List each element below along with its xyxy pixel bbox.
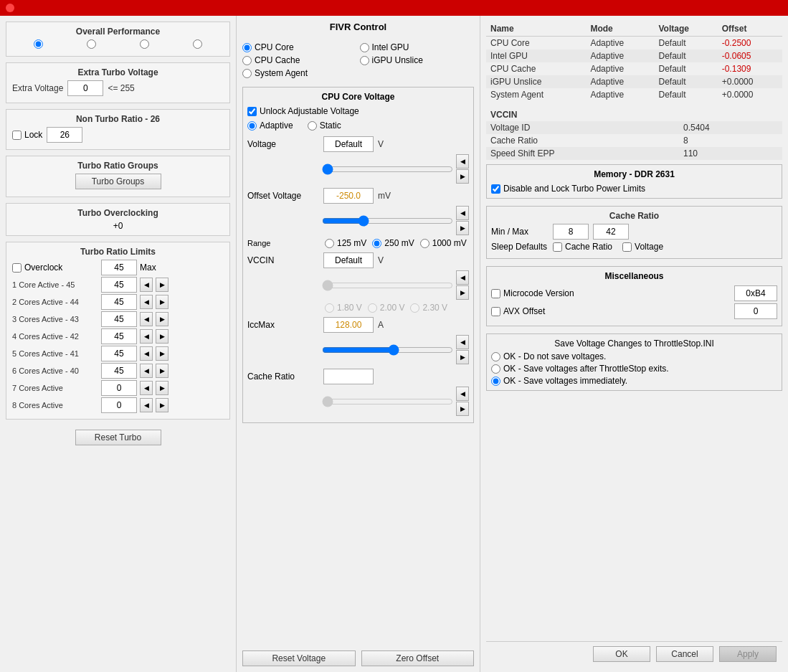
save-option-3-label[interactable]: OK - Save voltages immediately. (491, 376, 777, 386)
lock-checkbox[interactable] (12, 131, 22, 140)
cache-ratio-slider[interactable] (322, 396, 453, 407)
core-up-btn-0[interactable]: ▶ (156, 278, 168, 292)
offset-slider[interactable] (322, 215, 453, 227)
adaptive-radio-label[interactable]: Adaptive (247, 120, 293, 131)
microcode-label[interactable]: Microcode Version (491, 288, 574, 298)
cpu-cache-radio[interactable] (242, 56, 252, 65)
range-125-label[interactable]: 125 mV (325, 238, 366, 248)
zero-offset-button[interactable]: Zero Offset (361, 650, 475, 666)
vccin-range-2-label[interactable]: 2.00 V (368, 303, 405, 313)
voltage-up-btn[interactable]: ◀ (456, 154, 469, 169)
static-radio[interactable] (308, 121, 317, 131)
range-250-label[interactable]: 250 mV (372, 238, 414, 248)
vccin-slider[interactable] (322, 280, 453, 291)
overclock-check-label[interactable]: Overclock (12, 262, 98, 273)
igpu-unslice-radio[interactable] (360, 56, 369, 65)
system-agent-radio-label[interactable]: System Agent (242, 68, 357, 78)
microcode-checkbox[interactable] (491, 289, 500, 298)
core-up-btn-6[interactable]: ▶ (156, 381, 168, 395)
range-1000-label[interactable]: 1000 mV (420, 238, 467, 248)
core-up-btn-7[interactable]: ▶ (156, 398, 168, 412)
vccin-range-2-radio[interactable] (368, 303, 377, 313)
overall-radio-4[interactable] (193, 39, 202, 49)
iccmax-input[interactable] (323, 317, 374, 333)
cache-ratio-up-btn[interactable]: ◀ (456, 387, 469, 401)
core-down-btn-5[interactable]: ◀ (140, 364, 153, 378)
overclock-input[interactable] (101, 260, 137, 275)
apply-button[interactable]: Apply (719, 646, 777, 662)
avx-offset-input[interactable] (734, 303, 777, 319)
cpu-core-radio[interactable] (242, 43, 252, 52)
voltage-down-btn[interactable]: ▶ (456, 169, 469, 184)
static-radio-label[interactable]: Static (308, 120, 341, 131)
vccin-range-3-label[interactable]: 2.30 V (410, 303, 447, 313)
disable-lock-checkbox[interactable] (491, 184, 500, 194)
core-up-btn-2[interactable]: ▶ (156, 312, 168, 326)
unlock-adjustable-label[interactable]: Unlock Adjustable Voltage (247, 106, 469, 116)
cache-ratio-max-input[interactable] (593, 224, 629, 240)
offset-up-btn[interactable]: ◀ (456, 206, 469, 220)
sleep-cache-ratio-checkbox[interactable] (553, 242, 562, 252)
save-option-3-radio[interactable] (491, 377, 500, 386)
core-down-btn-0[interactable]: ◀ (140, 278, 153, 292)
core-input-3[interactable] (101, 328, 137, 344)
range-1000-radio[interactable] (420, 239, 429, 248)
cache-ratio-input[interactable] (323, 369, 374, 384)
vccin-down-btn[interactable]: ▶ (456, 285, 469, 300)
offset-down-btn[interactable]: ▶ (456, 221, 469, 235)
iccmax-up-btn[interactable]: ◀ (456, 335, 469, 349)
sleep-voltage-label[interactable]: Voltage (622, 242, 663, 252)
reset-voltage-button[interactable]: Reset Voltage (242, 650, 356, 666)
avx-offset-label[interactable]: AVX Offset (491, 306, 545, 316)
voltage-input[interactable] (323, 136, 374, 152)
disable-lock-label[interactable]: Disable and Lock Turbo Power Limits (491, 184, 777, 194)
extra-voltage-input[interactable] (67, 80, 103, 96)
voltage-slider[interactable] (322, 164, 453, 175)
vccin-range-3-radio[interactable] (410, 303, 419, 313)
core-down-btn-3[interactable]: ◀ (140, 329, 153, 344)
core-input-4[interactable] (101, 346, 137, 361)
cancel-button[interactable]: Cancel (656, 646, 713, 662)
sleep-voltage-checkbox[interactable] (622, 242, 632, 252)
cpu-core-radio-label[interactable]: CPU Core (242, 42, 357, 52)
vccin-range-1-label[interactable]: 1.80 V (325, 303, 362, 313)
core-input-6[interactable] (101, 380, 137, 396)
iccmax-down-btn[interactable]: ▶ (456, 350, 469, 364)
range-125-radio[interactable] (325, 239, 334, 248)
range-250-radio[interactable] (372, 239, 381, 248)
core-input-5[interactable] (101, 363, 137, 379)
save-option-2-radio[interactable] (491, 364, 500, 374)
core-input-1[interactable] (101, 294, 137, 310)
lock-check-label[interactable]: Lock (12, 130, 42, 140)
cache-ratio-min-input[interactable] (553, 224, 589, 240)
overall-radio-3[interactable] (140, 39, 149, 49)
vccin-up-btn[interactable]: ◀ (456, 270, 469, 285)
save-option-2-label[interactable]: OK - Save voltages after ThrottleStop ex… (491, 364, 777, 374)
overall-radio-1[interactable] (34, 39, 43, 49)
vccin-input[interactable] (323, 252, 374, 268)
intel-gpu-radio-label[interactable]: Intel GPU (360, 42, 475, 52)
offset-voltage-input[interactable] (323, 188, 374, 204)
core-down-btn-4[interactable]: ◀ (140, 346, 153, 361)
igpu-unslice-radio-label[interactable]: iGPU Unslice (360, 55, 475, 65)
core-up-btn-5[interactable]: ▶ (156, 364, 168, 378)
intel-gpu-radio[interactable] (360, 43, 369, 52)
vccin-range-1-radio[interactable] (325, 303, 334, 313)
iccmax-slider[interactable] (322, 344, 453, 356)
core-down-btn-6[interactable]: ◀ (140, 381, 153, 395)
core-down-btn-1[interactable]: ◀ (140, 295, 153, 309)
core-down-btn-7[interactable]: ◀ (140, 398, 153, 412)
turbo-groups-button[interactable]: Turbo Groups (75, 174, 161, 189)
overclock-checkbox[interactable] (12, 263, 22, 273)
core-up-btn-1[interactable]: ▶ (156, 295, 168, 309)
core-up-btn-3[interactable]: ▶ (156, 329, 168, 344)
avx-offset-checkbox[interactable] (491, 307, 500, 316)
ok-button[interactable]: OK (593, 646, 650, 662)
core-input-2[interactable] (101, 311, 137, 327)
core-up-btn-4[interactable]: ▶ (156, 346, 168, 361)
core-input-0[interactable] (101, 277, 137, 293)
adaptive-radio[interactable] (247, 121, 257, 131)
non-turbo-input[interactable] (47, 127, 82, 143)
cpu-cache-radio-label[interactable]: CPU Cache (242, 55, 357, 65)
microcode-input[interactable] (734, 285, 777, 301)
